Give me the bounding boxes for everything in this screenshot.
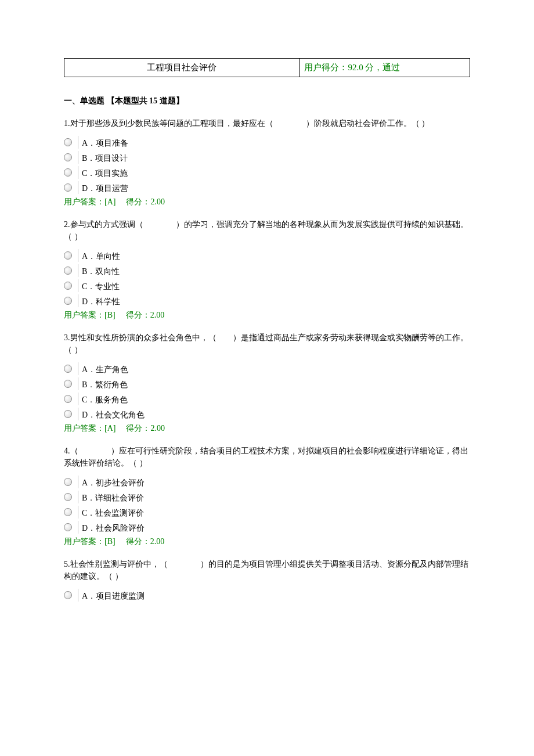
option-divider: [78, 393, 78, 405]
option-row[interactable]: B．详细社会评价: [64, 490, 470, 504]
option-divider: [78, 589, 78, 602]
answer-line: 用户答案：[B]得分：2.00: [64, 309, 470, 321]
option-divider: [78, 136, 78, 149]
radio-icon[interactable]: [64, 267, 72, 275]
radio-icon[interactable]: [64, 365, 72, 373]
radio-icon[interactable]: [64, 508, 72, 516]
answer-line: 用户答案：[A]得分：2.00: [64, 196, 470, 208]
answer-line: 用户答案：[A]得分：2.00: [64, 422, 470, 434]
question: 4.（ ）应在可行性研究阶段，结合项目的工程技术方案，对拟建项目的社会影响程度进…: [64, 445, 470, 548]
option-divider: [78, 249, 78, 262]
option-label: D．科学性: [82, 294, 120, 308]
option-row[interactable]: C．服务角色: [64, 392, 470, 406]
option-label: C．项目实施: [82, 165, 128, 179]
option-row[interactable]: A．单向性: [64, 249, 470, 262]
question-text: 3.男性和女性所扮演的众多社会角色中，（ ）是指通过商品生产或家务劳动来获得现金…: [64, 332, 470, 356]
section-header: 一、单选题 【本题型共 15 道题】: [64, 95, 470, 107]
answer-score: 得分：2.00: [126, 537, 165, 546]
option-divider: [78, 166, 78, 179]
option-row[interactable]: B．双向性: [64, 264, 470, 278]
option-label: A．单向性: [82, 249, 120, 262]
option-row[interactable]: B．项目设计: [64, 150, 470, 164]
radio-icon[interactable]: [64, 297, 72, 305]
option-label: B．项目设计: [82, 150, 128, 164]
question: 5.社会性别监测与评价中，（ ）的目的是为项目管理小组提供关于调整项目活动、资源…: [64, 558, 470, 602]
question: 3.男性和女性所扮演的众多社会角色中，（ ）是指通过商品生产或家务劳动来获得现金…: [64, 332, 470, 434]
question-text: 1.对于那些涉及到少数民族等问题的工程项目，最好应在（ ）阶段就启动社会评价工作…: [64, 117, 470, 129]
option-label: C．专业性: [82, 279, 120, 293]
radio-icon[interactable]: [64, 251, 72, 260]
option-divider: [78, 491, 78, 503]
option-row[interactable]: D．社会风险评价: [64, 520, 470, 534]
page-title: 工程项目社会评价: [64, 59, 300, 77]
option-row[interactable]: A．初步社会评价: [64, 475, 470, 489]
option-divider: [78, 362, 78, 375]
option-divider: [78, 181, 78, 194]
option-divider: [78, 279, 78, 292]
user-score: 用户得分：92.0 分，通过: [300, 59, 470, 77]
user-answer: 用户答案：[A]: [64, 424, 116, 433]
radio-icon[interactable]: [64, 183, 72, 192]
option-label: A．初步社会评价: [82, 475, 145, 489]
option-divider: [78, 377, 78, 390]
header-table: 工程项目社会评价 用户得分：92.0 分，通过: [64, 58, 470, 77]
radio-icon[interactable]: [64, 591, 72, 599]
question-text: 2.参与式的方式强调（ ）的学习，强调充分了解当地的各种现象从而为发展实践提供可…: [64, 218, 470, 243]
option-label: B．双向性: [82, 264, 120, 278]
option-row[interactable]: A．项目准备: [64, 135, 470, 149]
radio-icon[interactable]: [64, 523, 72, 531]
radio-icon[interactable]: [64, 168, 72, 177]
answer-score: 得分：2.00: [126, 311, 165, 319]
option-divider: [78, 521, 78, 534]
question: 2.参与式的方式强调（ ）的学习，强调充分了解当地的各种现象从而为发展实践提供可…: [64, 218, 470, 321]
radio-icon[interactable]: [64, 410, 72, 418]
option-row[interactable]: B．繁衍角色: [64, 377, 470, 391]
option-divider: [78, 294, 78, 307]
option-label: A．项目进度监测: [82, 588, 145, 602]
radio-icon[interactable]: [64, 153, 72, 161]
option-label: A．项目准备: [82, 135, 128, 149]
user-answer: 用户答案：[B]: [64, 311, 116, 319]
option-row[interactable]: D．项目运营: [64, 181, 470, 195]
question-text: 4.（ ）应在可行性研究阶段，结合项目的工程技术方案，对拟建项目的社会影响程度进…: [64, 445, 470, 469]
radio-icon[interactable]: [64, 282, 72, 290]
option-row[interactable]: C．项目实施: [64, 165, 470, 179]
radio-icon[interactable]: [64, 493, 72, 501]
option-label: B．繁衍角色: [82, 377, 128, 391]
option-label: B．详细社会评价: [82, 490, 144, 504]
option-label: A．生产角色: [82, 362, 128, 376]
answer-score: 得分：2.00: [126, 197, 165, 206]
option-label: D．社会风险评价: [82, 520, 145, 534]
user-answer: 用户答案：[A]: [64, 197, 116, 206]
option-row[interactable]: D．社会文化角色: [64, 407, 470, 421]
option-divider: [78, 151, 78, 164]
option-label: D．项目运营: [82, 181, 128, 195]
radio-icon[interactable]: [64, 138, 72, 146]
question-text: 5.社会性别监测与评价中，（ ）的目的是为项目管理小组提供关于调整项目活动、资源…: [64, 558, 470, 582]
option-divider: [78, 264, 78, 277]
option-divider: [78, 506, 78, 519]
option-divider: [78, 476, 78, 488]
option-row[interactable]: A．项目进度监测: [64, 588, 470, 602]
question: 1.对于那些涉及到少数民族等问题的工程项目，最好应在（ ）阶段就启动社会评价工作…: [64, 117, 470, 208]
radio-icon[interactable]: [64, 478, 72, 486]
option-row[interactable]: C．社会监测评价: [64, 505, 470, 519]
option-label: D．社会文化角色: [82, 407, 145, 421]
answer-score: 得分：2.00: [126, 424, 165, 433]
option-divider: [78, 408, 78, 420]
option-row[interactable]: A．生产角色: [64, 362, 470, 376]
option-label: C．服务角色: [82, 392, 128, 406]
radio-icon[interactable]: [64, 380, 72, 388]
option-label: C．社会监测评价: [82, 505, 144, 519]
answer-line: 用户答案：[B]得分：2.00: [64, 535, 470, 548]
option-row[interactable]: C．专业性: [64, 279, 470, 293]
radio-icon[interactable]: [64, 395, 72, 403]
option-row[interactable]: D．科学性: [64, 294, 470, 308]
user-answer: 用户答案：[B]: [64, 537, 116, 546]
